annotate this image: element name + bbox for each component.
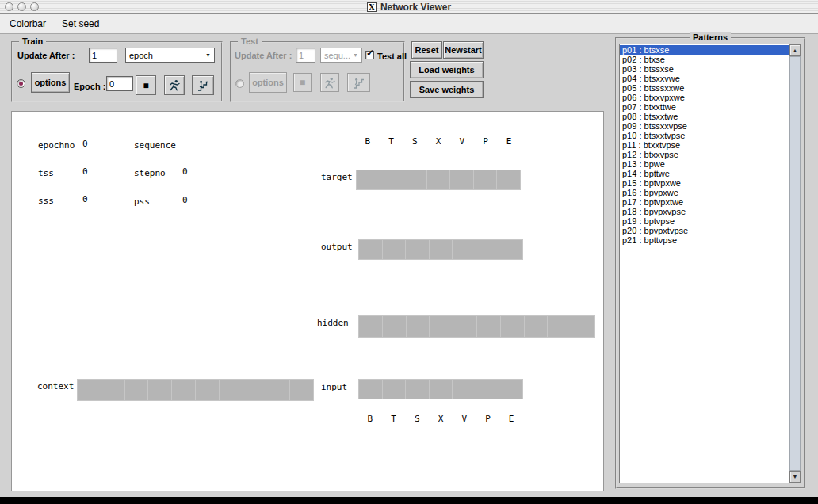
test-update-after-label: Update After : <box>235 51 292 60</box>
pattern-item[interactable]: p12 : btxxvpse <box>620 150 789 159</box>
check-icon: ✓ <box>366 48 374 59</box>
pattern-item[interactable]: p18 : bpvpxvpse <box>620 207 789 216</box>
context-cell <box>220 380 243 400</box>
test-all-label: Test all <box>377 52 407 61</box>
pattern-item[interactable]: p03 : btssxse <box>620 64 789 74</box>
menu-set-seed[interactable]: Set seed <box>59 17 101 31</box>
train-update-after-input[interactable] <box>89 48 117 63</box>
context-cell <box>172 380 195 400</box>
target-cell <box>427 170 450 189</box>
output-cell <box>359 240 382 259</box>
network-canvas: epochno 0 sequence tss 0 stepno 0 sss 0 … <box>11 111 604 491</box>
pattern-item[interactable]: p13 : bpwe <box>620 159 789 169</box>
pattern-item[interactable]: p21 : bpttvpse <box>620 235 789 245</box>
test-step-button <box>347 73 370 92</box>
pattern-item[interactable]: p20 : bpvpxtvpse <box>620 226 789 235</box>
pattern-item[interactable]: p01 : btsxse <box>620 45 789 55</box>
train-update-after-label: Update After : <box>17 51 75 60</box>
patterns-list: p01 : btsxsep02 : btxsep03 : btssxsep04 … <box>619 44 801 483</box>
window-title-area: X Network Viewer <box>0 0 818 13</box>
test-stop-button: ■ <box>293 73 312 92</box>
run-icon <box>169 79 181 91</box>
epochno-label: epochno <box>38 140 75 151</box>
load-weights-button[interactable]: Load weights <box>410 61 484 78</box>
pattern-item[interactable]: p02 : btxse <box>620 55 789 64</box>
menubar: Colorbar Set seed <box>0 14 818 34</box>
output-cell <box>430 240 453 259</box>
target-cell <box>357 170 380 189</box>
train-epoch-input[interactable] <box>106 76 133 91</box>
train-stop-button[interactable]: ■ <box>136 75 156 95</box>
pattern-item[interactable]: p17 : bptvpxtwe <box>620 197 789 207</box>
test-interval-value: sequ... <box>321 51 350 60</box>
train-radio[interactable] <box>17 79 25 88</box>
reset-button[interactable]: Reset <box>411 41 442 59</box>
pattern-item[interactable]: p08 : btsxxtwe <box>620 112 789 121</box>
test-update-after-input <box>296 48 315 63</box>
train-options-button[interactable]: options <box>31 72 70 93</box>
window-title: Network Viewer <box>380 2 451 13</box>
unit-letter: V <box>450 136 474 147</box>
target-cells <box>356 170 521 190</box>
pss-value: 0 <box>182 195 188 205</box>
context-label: context <box>37 381 74 391</box>
unit-letter: B <box>358 414 382 424</box>
menu-colorbar[interactable]: Colorbar <box>7 17 48 31</box>
test-group: Test Update After : sequ... ▼ ✓ Test all… <box>230 41 405 102</box>
train-group: Train Update After : epoch ▼ options Epo… <box>11 41 223 102</box>
pattern-item[interactable]: p07 : btxxttwe <box>620 102 789 112</box>
epochno-value: 0 <box>82 139 88 149</box>
target-label: target <box>321 172 353 182</box>
context-cell <box>290 380 313 400</box>
train-interval-value: epoch <box>126 51 202 60</box>
patterns-panel: Patterns p01 : btsxsep02 : btxsep03 : bt… <box>615 37 805 489</box>
save-weights-button[interactable]: Save weights <box>410 81 484 98</box>
train-interval-combo[interactable]: epoch ▼ <box>125 48 215 63</box>
input-cell <box>430 380 453 399</box>
step-stairs-icon <box>197 79 209 91</box>
scrollbar-track[interactable] <box>789 56 801 471</box>
unit-letter: E <box>497 136 521 147</box>
pattern-item[interactable]: p09 : btssxxvpse <box>620 121 789 131</box>
stepno-value: 0 <box>182 166 188 177</box>
unit-letter: X <box>426 136 450 147</box>
pattern-item[interactable]: p05 : btsssxxwe <box>620 83 789 93</box>
sss-value: 0 <box>82 194 88 204</box>
unit-letter: P <box>474 136 498 147</box>
output-cell <box>406 240 429 259</box>
hidden-cell <box>453 316 476 337</box>
target-cell <box>497 170 520 189</box>
x11-app-icon: X <box>367 2 377 12</box>
patterns-scrollbar[interactable]: ▲ ▼ <box>789 44 801 483</box>
newstart-button[interactable]: Newstart <box>443 41 484 59</box>
scroll-down-button[interactable]: ▼ <box>789 471 801 483</box>
run-icon <box>324 77 336 89</box>
context-cells <box>77 379 314 401</box>
pattern-item[interactable]: p11 : btxxtvpse <box>620 140 789 150</box>
train-run-button[interactable] <box>164 75 185 95</box>
sss-label: sss <box>38 196 54 206</box>
scrollbar-thumb[interactable] <box>789 56 801 471</box>
pattern-item[interactable]: p04 : btsxxvwe <box>620 74 789 83</box>
pattern-item[interactable]: p06 : btxxvpxwe <box>620 93 789 102</box>
context-cell <box>266 380 289 400</box>
titlebar[interactable]: X Network Viewer <box>0 0 818 14</box>
stepno-label: stepno <box>134 168 166 178</box>
chevron-down-icon: ▼ <box>202 52 214 58</box>
pattern-item[interactable]: p15 : bptvpxwe <box>620 178 789 188</box>
input-cells <box>358 379 523 399</box>
pattern-item[interactable]: p16 : bpvpxwe <box>620 188 789 197</box>
stop-icon: ■ <box>300 78 305 86</box>
pattern-item[interactable]: p10 : btsxxtvpse <box>620 131 789 140</box>
output-cell <box>476 240 499 259</box>
pattern-item[interactable]: p14 : bpttwe <box>620 169 789 178</box>
output-cell <box>383 240 406 259</box>
pattern-item[interactable]: p19 : bptvpse <box>620 216 789 226</box>
unit-letter: S <box>403 136 426 147</box>
test-options-button: options <box>249 72 287 93</box>
scroll-up-button[interactable]: ▲ <box>789 44 801 56</box>
test-all-checkbox[interactable]: ✓ <box>365 51 374 59</box>
unit-letters-top: BTSXVPE <box>356 136 521 147</box>
unit-letter: T <box>382 414 406 424</box>
train-step-button[interactable] <box>192 75 214 95</box>
